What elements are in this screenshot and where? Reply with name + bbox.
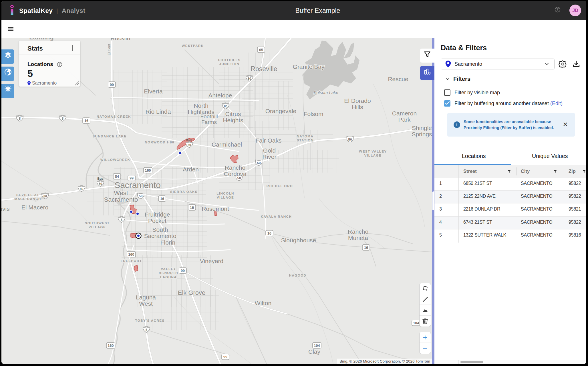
svg-text:5: 5	[62, 117, 63, 120]
svg-text:160: 160	[145, 169, 151, 173]
svg-text:80: 80	[188, 143, 191, 147]
svg-text:El DoradoHills: El DoradoHills	[344, 97, 371, 110]
svg-text:104: 104	[314, 344, 320, 348]
svg-text:99: 99	[130, 176, 134, 180]
svg-text:16: 16	[190, 206, 194, 210]
svg-text:Roseville: Roseville	[251, 65, 277, 73]
svg-text:50: 50	[257, 161, 261, 165]
svg-text:Rosemont: Rosemont	[202, 205, 229, 212]
svg-text:Carmichael: Carmichael	[212, 141, 242, 148]
svg-text:99: 99	[223, 355, 227, 359]
svg-text:WEST VALLEYVILLAGE: WEST VALLEYVILLAGE	[359, 150, 387, 157]
svg-text:Elverta: Elverta	[144, 88, 163, 95]
svg-text:WESTPARK: WESTPARK	[182, 44, 204, 47]
svg-text:NATOMAS CREEK: NATOMAS CREEK	[97, 115, 131, 118]
svg-text:Rio Linda: Rio Linda	[146, 108, 171, 115]
svg-text:avis: avis	[1, 205, 10, 212]
svg-text:50: 50	[348, 138, 352, 141]
svg-text:HAGOOD: HAGOOD	[289, 274, 307, 277]
svg-text:VALLEYHI-NORTHLAGUNA: VALLEYHI-NORTHLAGUNA	[159, 267, 178, 279]
svg-text:16: 16	[267, 231, 271, 235]
svg-text:RIO DEL ORO: RIO DEL ORO	[267, 184, 293, 188]
svg-text:5: 5	[146, 328, 147, 331]
svg-text:Clay: Clay	[308, 348, 321, 355]
svg-text:RanchoMurieta: RanchoMurieta	[348, 228, 368, 241]
svg-text:160: 160	[128, 253, 134, 257]
svg-text:Bus: Bus	[186, 138, 192, 141]
svg-text:Orangevale: Orangevale	[265, 108, 297, 114]
svg-text:Elk Grove: Elk Grove	[178, 289, 206, 296]
svg-text:Antelope: Antelope	[208, 92, 232, 99]
svg-text:80: 80	[224, 105, 227, 108]
svg-text:FoothillFarms: FoothillFarms	[200, 113, 218, 125]
svg-text:El Macero: El Macero	[21, 204, 49, 211]
svg-text:CameronPark: CameronPark	[392, 110, 417, 123]
svg-text:Folsom Lake: Folsom Lake	[314, 90, 338, 95]
svg-text:5: 5	[19, 117, 21, 120]
svg-text:Rocklin: Rocklin	[111, 38, 130, 41]
svg-text:80: 80	[99, 182, 102, 185]
svg-text:El Cent: El Cent	[107, 44, 111, 55]
svg-text:80: 80	[43, 195, 47, 198]
svg-text:SOUTHWESTVILLAGE: SOUTHWESTVILLAGE	[85, 221, 110, 229]
svg-text:Fair Oaks: Fair Oaks	[255, 137, 281, 144]
svg-text:Arden: Arden	[183, 166, 199, 173]
svg-text:65: 65	[259, 48, 263, 52]
svg-text:WILLOWCREEK: WILLOWCREEK	[100, 158, 130, 161]
svg-text:Florin: Florin	[160, 239, 176, 246]
svg-text:80: 80	[80, 187, 83, 191]
svg-text:50: 50	[139, 194, 143, 198]
svg-text:Folsom: Folsom	[304, 111, 323, 117]
svg-text:84: 84	[115, 175, 119, 179]
svg-text:FruitridgePocket: FruitridgePocket	[145, 211, 170, 224]
svg-text:Rescue: Rescue	[388, 76, 408, 82]
svg-text:Sacramento: Sacramento	[114, 180, 161, 190]
svg-text:Sloughhouse: Sloughhouse	[281, 237, 316, 243]
svg-text:Bus: Bus	[98, 177, 104, 180]
svg-text:Wilton: Wilton	[255, 300, 271, 306]
svg-text:CitrusHeights: CitrusHeights	[223, 111, 243, 123]
svg-text:GoldRiver: GoldRiver	[262, 147, 276, 160]
svg-text:Vineyard: Vineyard	[200, 258, 224, 264]
svg-text:SUNDANCE LAKE: SUNDANCE LAKE	[92, 135, 126, 138]
svg-text:99: 99	[110, 83, 114, 87]
svg-text:KAVALA RANCH: KAVALA RANCH	[261, 215, 292, 218]
svg-text:16: 16	[84, 119, 88, 123]
svg-text:16: 16	[364, 246, 368, 250]
svg-text:80: 80	[248, 77, 251, 80]
svg-text:SIERRA OAKS: SIERRA OAKS	[170, 190, 198, 193]
svg-text:16: 16	[160, 197, 164, 201]
svg-text:RanchoCordova: RanchoCordova	[224, 164, 247, 177]
svg-text:99: 99	[181, 269, 185, 273]
svg-text:TOBY'S ACRES: TOBY'S ACRES	[135, 319, 164, 322]
svg-text:5: 5	[121, 218, 122, 221]
svg-text:Granite Bay: Granite Bay	[293, 63, 325, 70]
svg-text:NORWOOD I-80: NORWOOD I-80	[145, 141, 174, 144]
svg-text:LINCOLNVILLAGE: LINCOLNVILLAGE	[216, 192, 234, 199]
svg-text:FREEPORT: FREEPORT	[121, 259, 142, 263]
svg-text:104: 104	[413, 321, 419, 325]
svg-text:160: 160	[108, 344, 114, 348]
svg-text:ShingleSprings: ShingleSprings	[412, 125, 432, 137]
